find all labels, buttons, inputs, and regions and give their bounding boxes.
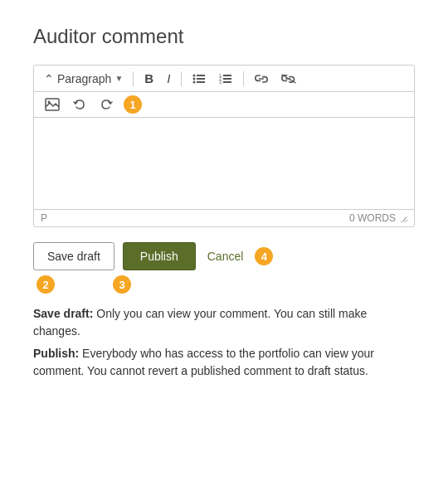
save-draft-button[interactable]: Save draft	[33, 242, 114, 270]
svg-text:3.: 3.	[219, 80, 222, 85]
cancel-button[interactable]: Cancel	[204, 243, 247, 270]
svg-rect-11	[223, 81, 231, 83]
svg-rect-7	[223, 75, 231, 76]
resize-handle[interactable]	[399, 214, 407, 222]
badge-4: 4	[255, 247, 273, 265]
svg-rect-1	[197, 75, 205, 76]
publish-help-label: Publish:	[33, 347, 79, 360]
image-icon	[45, 98, 60, 111]
undo-button[interactable]	[69, 96, 90, 113]
bold-button[interactable]: B	[140, 69, 158, 88]
editor-container: ⌃ Paragraph ▼ B I 1. 2. 3.	[33, 65, 415, 227]
chevron-down-icon: ▼	[114, 74, 123, 83]
help-text-area: Save draft: Only you can view your comme…	[33, 305, 415, 380]
page-title: Auditor comment	[33, 25, 415, 48]
svg-rect-9	[223, 78, 231, 80]
badge-1: 1	[124, 95, 142, 114]
link-button[interactable]	[251, 70, 272, 87]
editor-footer: P 0 WORDS	[34, 209, 414, 226]
publish-help: Publish: Everybody who has access to the…	[33, 345, 415, 380]
save-draft-help-label: Save draft:	[33, 307, 93, 320]
bullet-list-button[interactable]	[188, 70, 210, 87]
svg-rect-3	[197, 78, 205, 80]
action-badges-row: 2 3	[33, 275, 415, 294]
toolbar-separator-3	[243, 71, 244, 86]
editor-body[interactable]	[34, 118, 414, 209]
unlink-icon	[281, 73, 296, 85]
chevron-left-icon: ⌃	[44, 72, 54, 85]
publish-button[interactable]: Publish	[123, 242, 196, 270]
save-draft-help: Save draft: Only you can view your comme…	[33, 305, 415, 340]
badge-2: 2	[37, 275, 55, 294]
toolbar-row-2: 1	[34, 92, 414, 118]
redo-icon	[100, 99, 113, 110]
image-button[interactable]	[41, 95, 64, 114]
bullet-list-icon	[192, 73, 206, 85]
svg-point-2	[193, 77, 196, 80]
toolbar-separator-2	[181, 71, 182, 86]
paragraph-format-label: Paragraph	[57, 72, 111, 85]
link-icon	[255, 73, 268, 85]
badge-3: 3	[113, 275, 131, 294]
word-count: 0 WORDS	[349, 212, 396, 224]
italic-button[interactable]: I	[163, 69, 174, 88]
toolbar-row-1: ⌃ Paragraph ▼ B I 1. 2. 3.	[34, 66, 414, 92]
unlink-button[interactable]	[277, 70, 300, 87]
ordered-list-icon: 1. 2. 3.	[219, 73, 232, 85]
svg-point-4	[193, 80, 196, 83]
toolbar-separator-1	[133, 71, 134, 86]
paragraph-dropdown[interactable]: ⌃ Paragraph ▼	[41, 70, 126, 87]
actions-row: Save draft Publish Cancel 4	[33, 242, 415, 270]
svg-rect-5	[197, 81, 205, 83]
redo-button[interactable]	[95, 96, 117, 113]
ordered-list-button[interactable]: 1. 2. 3.	[215, 70, 236, 87]
word-count-area: 0 WORDS	[349, 212, 407, 224]
svg-point-0	[193, 74, 196, 76]
paragraph-indicator: P	[41, 212, 47, 224]
undo-icon	[73, 99, 86, 110]
publish-help-text: Everybody who has access to the portfoli…	[33, 347, 374, 377]
